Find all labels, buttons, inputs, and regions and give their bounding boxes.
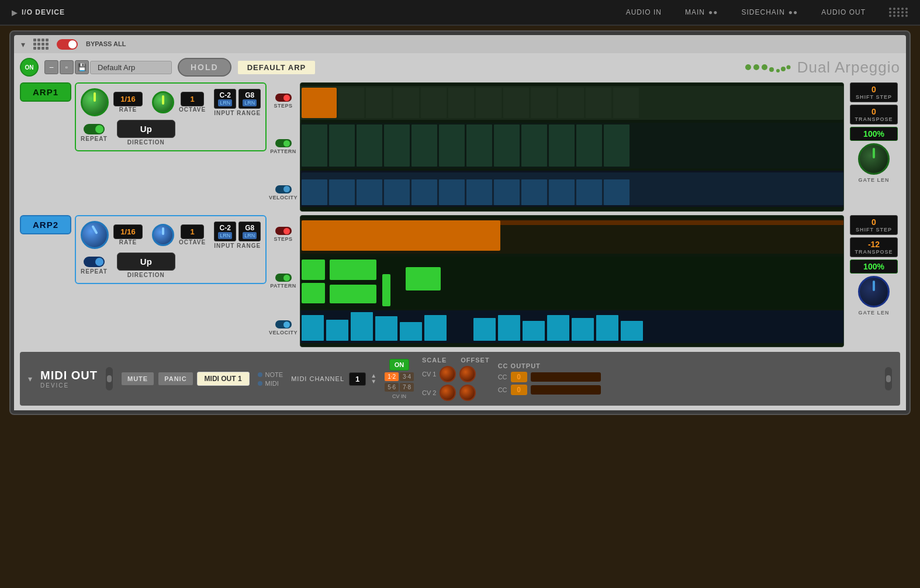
svg-rect-64 (424, 315, 447, 341)
svg-rect-63 (400, 322, 422, 341)
arp2-octave-display[interactable]: 1 (181, 224, 204, 239)
arp1-low-val: C-2 (220, 91, 231, 99)
chevron-down-icon[interactable]: ▾ (21, 40, 25, 49)
arp2-steps-label: STEPS (274, 236, 293, 242)
arp2-gate-knob[interactable] (858, 276, 890, 307)
scroll-left (106, 367, 113, 390)
cc2-label: CC (498, 386, 507, 393)
svg-rect-62 (375, 316, 397, 341)
mute-button[interactable]: MUTE (121, 372, 154, 386)
midi-collapse-icon[interactable]: ▾ (28, 374, 32, 383)
midi-out-device-label: DEVICE (40, 382, 98, 389)
svg-rect-44 (521, 179, 547, 205)
cv1-offset-knob[interactable] (459, 366, 476, 382)
arp2-label-btn[interactable]: ARP2 (20, 215, 71, 234)
arp2-rate-display[interactable]: 1/16 (113, 224, 143, 239)
on-button[interactable]: ON (20, 58, 39, 77)
preset-save-btn[interactable]: 💾 (75, 60, 89, 74)
preset-minus-btn[interactable]: – (44, 60, 58, 74)
svg-point-5 (781, 67, 786, 71)
arp1-direction-btn[interactable]: Up (117, 120, 175, 138)
midi-channel-arrows[interactable]: ▲ ▼ (371, 373, 376, 385)
arp1-high-lrn: LRN (243, 99, 257, 106)
svg-rect-19 (586, 88, 611, 118)
audio-out-label: AUDIO OUT (821, 8, 866, 16)
top-bar: ▶ I/O DEVICE AUDIO IN MAIN ●● SIDECHAIN … (0, 0, 920, 26)
cv2-offset-knob[interactable] (459, 385, 476, 401)
cc1-val: 0 (511, 372, 527, 382)
cv-tab-12[interactable]: 1·2 (385, 372, 399, 381)
arp2-repeat-label: REPEAT (81, 268, 108, 275)
arp2-controls: ARP2 (20, 215, 265, 347)
arp1-repeat-toggle[interactable] (84, 124, 105, 134)
arp2-steps-toggle[interactable] (275, 227, 292, 235)
svg-rect-17 (531, 88, 556, 118)
arp1-toggles: STEPS PATTERN (269, 82, 298, 212)
arp2-high-range[interactable]: G8 LRN (238, 222, 261, 241)
arp2-rate-knob[interactable] (81, 221, 109, 249)
arp1-gate-knob[interactable] (858, 143, 890, 175)
note-dot (258, 372, 262, 377)
panic-button[interactable]: PANIC (158, 372, 193, 386)
svg-rect-59 (302, 315, 324, 341)
cc2-val: 0 (511, 385, 527, 395)
preset-folder-btn[interactable]: ▫ (60, 60, 74, 74)
cv-tab-34[interactable]: 3·4 (400, 372, 414, 381)
arp1-steps-toggle[interactable] (275, 94, 292, 102)
arp2-low-range[interactable]: C-2 LRN (214, 222, 236, 241)
svg-rect-42 (466, 179, 492, 205)
arp2-high-lrn: LRN (243, 232, 257, 239)
arp2-direction-btn[interactable]: Up (117, 253, 175, 271)
svg-rect-65 (473, 318, 496, 341)
svg-rect-52 (330, 260, 376, 280)
arp1-steps-label: STEPS (274, 103, 293, 109)
svg-rect-31 (549, 124, 575, 167)
svg-rect-69 (572, 318, 594, 341)
cv2-scale-knob[interactable] (440, 385, 456, 401)
svg-rect-36 (302, 179, 327, 205)
arp2-shift-step-val: 0 (850, 217, 897, 227)
svg-point-3 (769, 67, 774, 72)
arp1-rate-display[interactable]: 1/16 (113, 92, 143, 106)
midi-out-title: MIDI OUT (40, 369, 98, 382)
arp1-velocity-toggle[interactable] (275, 185, 292, 193)
sidechain: SIDECHAIN ●● (741, 8, 798, 16)
arp-sections: ARP1 (20, 82, 900, 347)
arp2-octave-knob[interactable] (152, 224, 174, 246)
cv-tab-56[interactable]: 5·6 (385, 383, 399, 392)
arp2-low-val: C-2 (220, 224, 231, 232)
arp1-label-btn[interactable]: ARP1 (20, 82, 71, 102)
arp1-grid[interactable] (300, 82, 844, 212)
grid-icon[interactable] (33, 39, 49, 50)
on-small-btn[interactable]: ON (389, 359, 410, 371)
arp1-octave-knob[interactable] (152, 91, 174, 113)
svg-rect-39 (384, 179, 410, 205)
preset-controls: – ▫ 💾 Default Arp (44, 60, 172, 74)
svg-rect-50 (302, 220, 500, 251)
arp2-grid[interactable] (300, 215, 844, 347)
io-device[interactable]: ▶ I/O DEVICE (12, 8, 65, 17)
svg-rect-18 (558, 88, 584, 118)
svg-rect-66 (498, 315, 520, 341)
scale-offset-block: SCALE OFFSET CV 1 CV 2 (422, 357, 490, 401)
cv-tab-78[interactable]: 7·8 (400, 383, 414, 392)
arp1-pattern-toggle[interactable] (275, 139, 292, 147)
bypass-toggle[interactable] (57, 39, 78, 50)
midi-channel-label: MIDI CHANNEL (291, 375, 344, 382)
svg-rect-56 (406, 267, 441, 290)
cc1-label: CC (498, 373, 507, 381)
cv1-scale-knob[interactable] (440, 366, 456, 382)
arp1-octave-display[interactable]: 1 (181, 92, 204, 106)
note-midi-indicators: NOTE MIDI (258, 371, 283, 387)
hold-button[interactable]: HOLD (178, 58, 231, 77)
arp1-high-range[interactable]: G8 LRN (238, 89, 261, 109)
arp1-rate-knob[interactable] (81, 88, 109, 116)
arp2-repeat-toggle[interactable] (84, 257, 105, 267)
arp2-pattern-toggle[interactable] (275, 274, 292, 282)
svg-rect-41 (439, 179, 465, 205)
arp1-low-range[interactable]: C-2 LRN (214, 89, 236, 109)
arp2-velocity-toggle[interactable] (275, 320, 292, 328)
svg-rect-37 (329, 179, 355, 205)
arp2-rate-label: RATE (119, 239, 137, 245)
arp2-input-range-label: INPUT RANGE (214, 243, 261, 249)
